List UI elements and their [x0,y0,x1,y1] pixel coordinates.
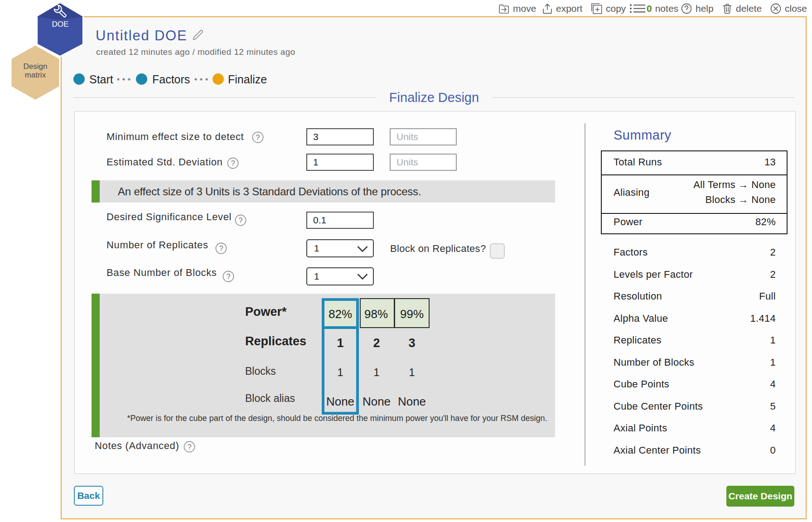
svg-text:matrix: matrix [25,71,46,79]
svg-text:?: ? [231,159,235,167]
svg-text:DOE: DOE [52,20,69,29]
svg-text:?: ? [187,443,191,451]
svg-text:?: ? [226,272,230,280]
svg-text:Design: Design [24,62,48,71]
svg-text:?: ? [219,244,223,252]
svg-text:?: ? [238,216,242,224]
svg-text:?: ? [256,133,260,141]
